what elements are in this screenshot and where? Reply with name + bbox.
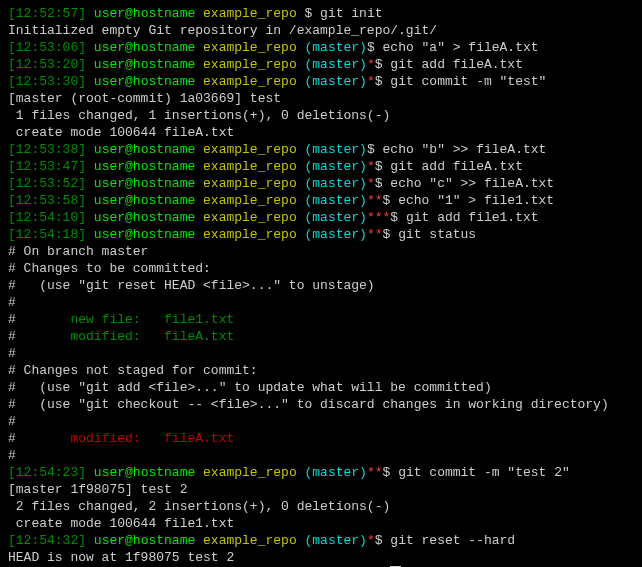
timestamp: [12:53:30] — [8, 74, 86, 89]
terminal-line: # — [8, 294, 634, 311]
terminal-line: 2 files changed, 2 insertions(+), 0 dele… — [8, 498, 634, 515]
git-branch: (master) — [305, 227, 367, 242]
output-text: # — [8, 448, 16, 463]
user-host: user@hostname — [94, 57, 195, 72]
git-dirty-marker: * — [367, 57, 375, 72]
git-dirty-marker: * — [367, 176, 375, 191]
working-dir: example_repo — [203, 227, 297, 242]
user-host: user@hostname — [94, 210, 195, 225]
working-dir: example_repo — [203, 57, 297, 72]
command-text: echo "1" > file1.txt — [398, 193, 554, 208]
terminal-line: # (use "git add <file>..." to update wha… — [8, 379, 634, 396]
working-dir: example_repo — [203, 533, 297, 548]
output-text: HEAD is now at 1f98075 test 2 — [8, 550, 234, 565]
command-text: git add fileA.txt — [390, 57, 523, 72]
terminal-line: [master 1f98075] test 2 — [8, 481, 634, 498]
terminal-line: [12:54:23] user@hostname example_repo (m… — [8, 464, 634, 481]
prompt-symbol: $ — [383, 193, 399, 208]
git-branch: (master) — [305, 193, 367, 208]
user-host: user@hostname — [94, 142, 195, 157]
terminal-window[interactable]: [12:52:57] user@hostname example_repo $ … — [0, 0, 642, 567]
timestamp: [12:53:52] — [8, 176, 86, 191]
terminal-line: Initialized empty Git repository in /exa… — [8, 22, 634, 39]
user-host: user@hostname — [94, 6, 195, 21]
prompt-symbol: $ — [383, 465, 399, 480]
working-dir: example_repo — [203, 142, 297, 157]
terminal-line: create mode 100644 fileA.txt — [8, 124, 634, 141]
command-text: echo "b" >> fileA.txt — [383, 142, 547, 157]
user-host: user@hostname — [94, 193, 195, 208]
prompt-symbol: $ — [390, 210, 406, 225]
git-dirty-marker: * — [367, 159, 375, 174]
prompt-symbol: $ — [375, 176, 391, 191]
terminal-line: 1 files changed, 1 insertions(+), 0 dele… — [8, 107, 634, 124]
prompt-symbol: $ — [383, 227, 399, 242]
user-host: user@hostname — [94, 227, 195, 242]
terminal-line: [12:53:20] user@hostname example_repo (m… — [8, 56, 634, 73]
working-dir: example_repo — [203, 159, 297, 174]
git-branch: (master) — [305, 74, 367, 89]
terminal-line: [12:53:52] user@hostname example_repo (m… — [8, 175, 634, 192]
timestamp: [12:54:18] — [8, 227, 86, 242]
terminal-line: [12:53:58] user@hostname example_repo (m… — [8, 192, 634, 209]
prompt-symbol: $ — [375, 159, 391, 174]
git-dirty-marker: * — [367, 533, 375, 548]
command-text: git commit -m "test" — [390, 74, 546, 89]
timestamp: [12:53:20] — [8, 57, 86, 72]
user-host: user@hostname — [94, 159, 195, 174]
timestamp: [12:53:47] — [8, 159, 86, 174]
terminal-line: # (use "git reset HEAD <file>..." to uns… — [8, 277, 634, 294]
terminal-line: [12:53:38] user@hostname example_repo (m… — [8, 141, 634, 158]
output-hash: # — [8, 431, 16, 446]
output-text: # On branch master — [8, 244, 148, 259]
command-text: echo "a" > fileA.txt — [383, 40, 539, 55]
prompt-symbol: $ — [375, 74, 391, 89]
output-text: [master (root-commit) 1a03669] test — [8, 91, 281, 106]
git-branch: (master) — [305, 40, 367, 55]
output-text: # — [8, 346, 16, 361]
command-text: echo "c" >> fileA.txt — [390, 176, 554, 191]
command-text: git commit -m "test 2" — [398, 465, 570, 480]
user-host: user@hostname — [94, 176, 195, 191]
output-text: create mode 100644 file1.txt — [8, 516, 234, 531]
timestamp: [12:53:06] — [8, 40, 86, 55]
command-text: git reset --hard — [390, 533, 515, 548]
git-dirty-marker: ** — [367, 193, 383, 208]
terminal-line: # modified: fileA.txt — [8, 328, 634, 345]
command-text: git init — [320, 6, 382, 21]
prompt-symbol: $ — [367, 40, 383, 55]
git-branch: (master) — [305, 533, 367, 548]
git-branch: (master) — [305, 465, 367, 480]
terminal-line: # Changes not staged for commit: — [8, 362, 634, 379]
git-dirty-marker: * — [367, 74, 375, 89]
user-host: user@hostname — [94, 74, 195, 89]
git-dirty-marker: ** — [367, 227, 383, 242]
timestamp: [12:53:58] — [8, 193, 86, 208]
command-text: git add file1.txt — [406, 210, 539, 225]
terminal-line: HEAD is now at 1f98075 test 2 — [8, 549, 634, 566]
command-text: git add fileA.txt — [390, 159, 523, 174]
terminal-line: # (use "git checkout -- <file>..." to di… — [8, 396, 634, 413]
output-text: # (use "git reset HEAD <file>..." to uns… — [8, 278, 375, 293]
git-branch: (master) — [305, 210, 367, 225]
terminal-line: [12:54:18] user@hostname example_repo (m… — [8, 226, 634, 243]
terminal-line: [master (root-commit) 1a03669] test — [8, 90, 634, 107]
git-branch: (master) — [305, 57, 367, 72]
output-text-green: new file: file1.txt — [16, 312, 234, 327]
terminal-line: [12:54:10] user@hostname example_repo (m… — [8, 209, 634, 226]
terminal-line: # new file: file1.txt — [8, 311, 634, 328]
prompt-symbol: $ — [375, 57, 391, 72]
terminal-line: [12:53:30] user@hostname example_repo (m… — [8, 73, 634, 90]
output-text-green: modified: fileA.txt — [16, 329, 234, 344]
timestamp: [12:54:23] — [8, 465, 86, 480]
output-text-red: modified: fileA.txt — [16, 431, 234, 446]
timestamp: [12:52:57] — [8, 6, 86, 21]
timestamp: [12:54:10] — [8, 210, 86, 225]
terminal-line: # — [8, 345, 634, 362]
prompt-symbol: $ — [305, 6, 321, 21]
git-dirty-marker: ** — [367, 465, 383, 480]
git-branch: (master) — [305, 142, 367, 157]
user-host: user@hostname — [94, 40, 195, 55]
terminal-line: # modified: fileA.txt — [8, 430, 634, 447]
working-dir: example_repo — [203, 193, 297, 208]
